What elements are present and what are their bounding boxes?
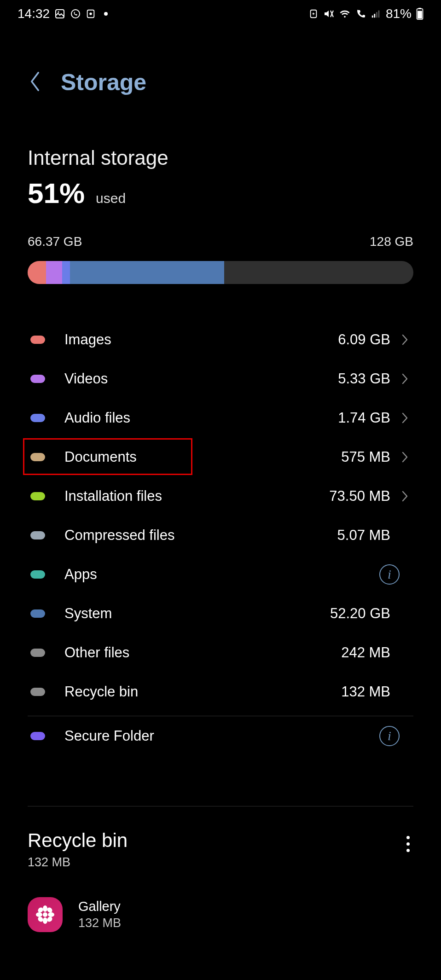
svg-point-16	[36, 912, 42, 917]
svg-point-1	[58, 12, 59, 13]
category-color-pill	[30, 375, 45, 383]
storage-percent-suffix: used	[96, 191, 126, 206]
svg-point-13	[43, 912, 47, 917]
svg-rect-7	[374, 14, 375, 17]
recycle-bin-title: Recycle bin	[28, 829, 128, 852]
category-label: Audio files	[64, 410, 338, 426]
category-label: Documents	[64, 449, 341, 465]
status-bar-right: 81%	[308, 6, 424, 21]
category-label: Videos	[64, 371, 338, 387]
category-label: Compressed files	[64, 527, 337, 544]
storage-summary: Internal storage 51% used 66.37 GB 128 G…	[28, 146, 413, 284]
recycle-bin-item-title: Gallery	[78, 899, 121, 914]
app-notification-icon	[86, 9, 96, 19]
gallery-icon	[54, 8, 65, 19]
status-bar: 14:32	[0, 0, 441, 28]
signal-icon	[371, 9, 381, 19]
category-label: Apps	[64, 566, 379, 583]
gallery-app-icon	[28, 897, 63, 932]
category-color-pill	[30, 649, 45, 657]
category-apps[interactable]: Appsi	[28, 555, 413, 594]
storage-percent-used: 51%	[28, 177, 85, 209]
more-options-button[interactable]	[403, 829, 413, 858]
storage-capacity-row: 66.37 GB 128 GB	[28, 234, 413, 249]
category-recycle[interactable]: Recycle bin132 MB	[28, 672, 413, 711]
recycle-bin-header: Recycle bin 132 MB	[28, 829, 413, 870]
svg-point-2	[71, 10, 80, 18]
usage-bar-segment	[28, 261, 46, 284]
svg-point-15	[43, 917, 47, 924]
wifi-calling-icon	[355, 8, 366, 19]
usage-bar-segment	[62, 261, 70, 284]
category-label: System	[64, 605, 330, 622]
category-color-pill	[30, 609, 45, 618]
page-title: Storage	[61, 69, 146, 96]
category-color-pill	[30, 492, 45, 500]
category-secure[interactable]: Secure Folderi	[28, 716, 413, 755]
category-value: 6.09 GB	[338, 331, 390, 348]
chevron-right-icon	[400, 333, 411, 346]
category-value: 73.50 MB	[329, 488, 390, 504]
back-button[interactable]	[28, 70, 42, 94]
category-install[interactable]: Installation files73.50 MB	[28, 476, 413, 516]
category-color-pill	[30, 732, 45, 740]
category-color-pill	[30, 336, 45, 344]
category-videos[interactable]: Videos5.33 GB	[28, 359, 413, 398]
svg-rect-8	[376, 12, 377, 17]
page-header: Storage	[0, 28, 441, 114]
svg-rect-9	[378, 11, 380, 18]
category-color-pill	[30, 531, 45, 539]
category-value: 1.74 GB	[338, 410, 390, 426]
status-time: 14:32	[17, 6, 50, 21]
category-color-pill	[30, 414, 45, 422]
category-images[interactable]: Images6.09 GB	[28, 320, 413, 359]
whatsapp-icon	[70, 8, 81, 19]
category-audio[interactable]: Audio files1.74 GB	[28, 398, 413, 437]
category-compressed[interactable]: Compressed files5.07 MB	[28, 516, 413, 555]
category-color-pill	[30, 688, 45, 696]
storage-percent-row: 51% used	[28, 177, 413, 209]
category-label: Secure Folder	[64, 728, 379, 744]
chevron-right-icon	[400, 372, 411, 385]
category-value: 5.07 MB	[337, 527, 390, 544]
svg-point-14	[43, 905, 47, 912]
category-color-pill	[30, 453, 45, 461]
info-icon[interactable]: i	[379, 564, 400, 585]
category-value: 52.20 GB	[330, 605, 390, 622]
category-label: Installation files	[64, 488, 329, 504]
recycle-bin-item-size: 132 MB	[78, 916, 121, 930]
svg-point-4	[89, 12, 92, 15]
internal-storage-heading: Internal storage	[28, 146, 413, 169]
status-battery-percent: 81%	[386, 6, 412, 21]
usage-bar-segment	[46, 261, 62, 284]
recycle-bin-items: Gallery132 MB	[28, 897, 413, 932]
category-documents[interactable]: Documents575 MB	[28, 437, 413, 476]
recycle-bin-item[interactable]: Gallery132 MB	[28, 897, 413, 932]
category-other[interactable]: Other files242 MB	[28, 633, 413, 672]
usage-bar-segment	[70, 261, 224, 284]
section-divider	[28, 806, 413, 806]
category-system[interactable]: System52.20 GB	[28, 594, 413, 633]
power-share-icon	[308, 9, 319, 19]
storage-total-value: 128 GB	[370, 234, 413, 249]
more-notifications-dot-icon	[104, 12, 108, 16]
svg-point-17	[48, 912, 54, 917]
category-list: Images6.09 GBVideos5.33 GBAudio files1.7…	[28, 320, 413, 755]
chevron-right-icon	[400, 490, 411, 503]
svg-rect-6	[372, 16, 373, 18]
category-value: 132 MB	[341, 684, 390, 700]
status-bar-left: 14:32	[17, 6, 108, 21]
mute-icon	[323, 8, 334, 19]
category-label: Recycle bin	[64, 684, 341, 700]
storage-usage-bar	[28, 261, 413, 284]
category-value: 242 MB	[341, 644, 390, 661]
wifi-icon	[339, 8, 351, 19]
chevron-right-icon	[400, 412, 411, 424]
chevron-right-icon	[400, 451, 411, 464]
recycle-bin-subtitle: 132 MB	[28, 855, 128, 870]
info-icon[interactable]: i	[379, 726, 400, 746]
storage-used-value: 66.37 GB	[28, 234, 82, 249]
svg-rect-12	[418, 11, 422, 19]
battery-icon	[416, 8, 424, 20]
category-label: Other files	[64, 644, 341, 661]
